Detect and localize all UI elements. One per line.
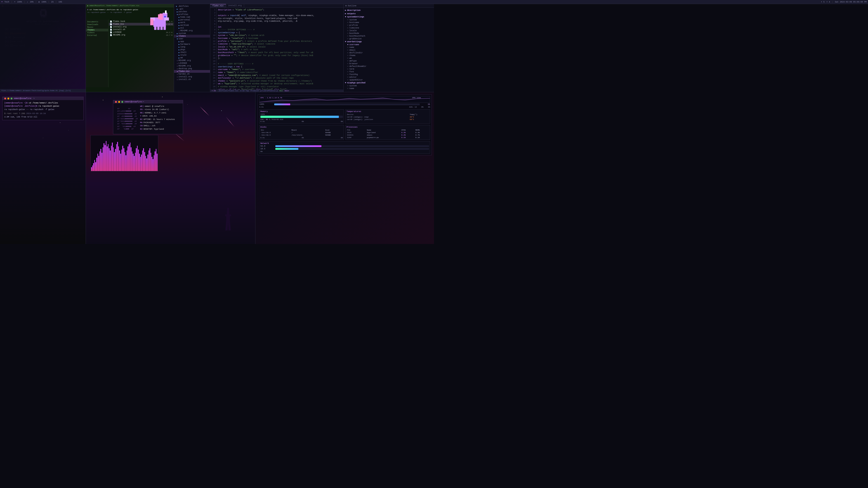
fm-nav-external[interactable]: External bbox=[86, 34, 108, 37]
outline-bootmode[interactable]: ○bootMode bbox=[344, 32, 434, 35]
editor-status-bar: 7.5k .dotfiles/flake.nix 3:10 Top Produc… bbox=[210, 90, 343, 92]
tree-readme3[interactable]: ○ README.org bbox=[174, 65, 210, 67]
tree-app[interactable]: ▶ app bbox=[174, 40, 210, 43]
tree-install-sh[interactable]: ○ install.sh bbox=[174, 78, 210, 81]
viz-bar bbox=[110, 151, 111, 171]
fm-nav-downloads[interactable]: Downloads bbox=[86, 23, 108, 26]
outline-theme[interactable]: ○theme bbox=[344, 54, 434, 57]
viz-bar bbox=[94, 160, 95, 171]
outline-browser[interactable]: ○browser bbox=[344, 62, 434, 65]
outline-font[interactable]: ○font bbox=[344, 70, 434, 73]
outline-timezone[interactable]: ○timezone bbox=[344, 27, 434, 29]
tree-readme2[interactable]: ○ README.org bbox=[174, 59, 210, 62]
outline-wmtype[interactable]: ○wmType bbox=[344, 60, 434, 62]
tree-hardware[interactable]: ▶ hardware bbox=[174, 43, 210, 46]
mem-footer: 0.6s 0% 8% bbox=[260, 121, 343, 123]
neofetch-body: // // //::////##### // ///////####### //… bbox=[113, 103, 183, 134]
tree-item-label: shell bbox=[180, 51, 186, 54]
terminal-title: emmet@snowfire: ~ bbox=[14, 97, 35, 100]
outline-npp-src[interactable]: ○src bbox=[344, 90, 434, 91]
outline-system[interactable]: ○system bbox=[344, 19, 434, 21]
qb-statusbar: file:///home/emmet/.browser/Tech/config/… bbox=[0, 89, 86, 92]
outline-grubdevice[interactable]: ○grubDevice bbox=[344, 37, 434, 40]
tree-work[interactable]: ▶ work bbox=[174, 21, 210, 24]
viz-bar bbox=[121, 150, 122, 171]
nf-uptime: BI UPTIME: 21 hours 7 minutes bbox=[140, 118, 181, 121]
tree-license[interactable]: ○ LICENSE bbox=[174, 62, 210, 65]
viz-bar bbox=[125, 152, 125, 171]
fm-nav-themes[interactable]: Themes bbox=[86, 29, 108, 31]
fm-nav-documents[interactable]: Documents bbox=[86, 21, 108, 23]
outline-email[interactable]: ○email bbox=[344, 49, 434, 52]
outline-locale[interactable]: ○locale bbox=[344, 29, 434, 32]
tree-personal[interactable]: ▶ personal bbox=[174, 19, 210, 21]
fm-file-readme[interactable]: 📄 README.org 13.7 K bbox=[109, 34, 174, 36]
window-max-dot bbox=[11, 98, 12, 99]
tree-system[interactable]: ▶ system bbox=[174, 32, 210, 35]
outline-nixpkgs-patched[interactable]: ▼ nixpkgs-patched bbox=[344, 81, 434, 85]
tree-flake-nix[interactable]: ● flake.nix bbox=[174, 70, 210, 73]
outline-usersettings[interactable]: ▼ userSettings bbox=[344, 40, 434, 43]
tree-install-org[interactable]: ○ install.org bbox=[174, 75, 210, 78]
folder-icon: ▶ bbox=[179, 43, 180, 45]
outline-defaultroamdir[interactable]: ○defaultRoamDir bbox=[344, 65, 434, 68]
outline-term[interactable]: ○term bbox=[344, 68, 434, 70]
outline-npp-system[interactable]: ○system bbox=[344, 85, 434, 87]
outline-description[interactable]: ▶ description bbox=[344, 8, 434, 12]
tree-item-label: install.sh bbox=[179, 78, 191, 80]
fm-path: emmetMousefire /home/emmet/.dotfiles/fla… bbox=[89, 4, 139, 7]
mem-stats: EAK: 95 5.7618/02.018 bbox=[260, 119, 343, 121]
proc-name: pipewire-pu bbox=[366, 136, 401, 139]
tree-desktop[interactable]: ○ desktop.png bbox=[174, 67, 210, 70]
tree-pkgs[interactable]: ▶ pkgs bbox=[174, 48, 210, 51]
proc-pid: 550631 bbox=[346, 134, 366, 136]
close-dot bbox=[115, 101, 117, 103]
svg-rect-14 bbox=[150, 19, 153, 25]
outline-name[interactable]: ○name bbox=[344, 46, 434, 49]
tree-git[interactable]: ▶ .git bbox=[174, 8, 210, 10]
tree-homelab[interactable]: ▶ home.lab bbox=[174, 16, 210, 19]
outline-wm[interactable]: ○wm bbox=[344, 57, 434, 60]
tree-item-label: worklab bbox=[180, 24, 189, 26]
tree-lang[interactable]: ▶ lang bbox=[174, 46, 210, 48]
outline-dotfilesdir[interactable]: ○dotfilesDir bbox=[344, 52, 434, 54]
tree-worklab[interactable]: ▶ worklab bbox=[174, 24, 210, 27]
tree-profiles[interactable]: ▼ profiles bbox=[174, 13, 210, 16]
outline-bootmountpath[interactable]: ○bootMountPath bbox=[344, 35, 434, 37]
tab-install-org[interactable]: install.org bbox=[226, 4, 244, 7]
tree-patches[interactable]: ▶ patches bbox=[174, 10, 210, 13]
fm-nav-music[interactable]: Music bbox=[86, 26, 108, 29]
proc-head-pid: PID bbox=[346, 129, 366, 131]
code-content-area[interactable]: 12345 678910 1112131415 1617181920 21222… bbox=[210, 8, 343, 90]
outline-profile[interactable]: ○profile bbox=[344, 24, 434, 27]
outline-username[interactable]: ●username bbox=[344, 43, 434, 46]
tree-wsl[interactable]: ▶ wsl bbox=[174, 27, 210, 29]
outline-npp-name[interactable]: ○name bbox=[344, 87, 434, 90]
tree-style[interactable]: ▶ style bbox=[174, 54, 210, 57]
disk-row-2: /dev/dm-0 /nix/store 503GB bbox=[260, 134, 343, 136]
outline-fontpkg[interactable]: ○fontPkg bbox=[344, 73, 434, 76]
item-label: term bbox=[349, 68, 354, 70]
terminal-body[interactable]: [emmet@snowfire ~]$ cd /home/emmet/.dotf… bbox=[2, 100, 84, 120]
viz-bar bbox=[97, 154, 98, 171]
proc-mem: 0.1% bbox=[415, 136, 429, 139]
tree-root[interactable]: ▼ .dotfiles bbox=[174, 5, 210, 8]
outline-outputs[interactable]: ▶ outputs bbox=[344, 12, 434, 15]
outline-systemsettings[interactable]: ▼ systemSettings bbox=[344, 15, 434, 19]
nf-shell: CN SHELL: zsh bbox=[140, 124, 181, 127]
tab-flake-nix[interactable]: flake.nix bbox=[210, 4, 226, 7]
tree-themes[interactable]: ▶ themes bbox=[174, 35, 210, 37]
code-text[interactable]: description = "Flake of LibrePhoenix"; o… bbox=[217, 8, 343, 90]
tree-shell[interactable]: ▶ shell bbox=[174, 51, 210, 54]
tree-harden[interactable]: ○ harden.sh bbox=[174, 73, 210, 75]
outline-editor[interactable]: ○editor bbox=[344, 76, 434, 78]
item-icon: ○ bbox=[347, 27, 348, 29]
tree-readme-profiles[interactable]: ○ README.org bbox=[174, 29, 210, 32]
viz-bar bbox=[151, 157, 152, 171]
tree-user[interactable]: ▼ user bbox=[174, 37, 210, 40]
fm-nav-videos[interactable]: Videos bbox=[86, 31, 108, 34]
tb-battery: 100% bbox=[41, 1, 46, 3]
tree-wm[interactable]: ▶ wm bbox=[174, 57, 210, 59]
outline-spawneditor[interactable]: ○spawnEditor bbox=[344, 78, 434, 81]
outline-hostname[interactable]: ○hostname bbox=[344, 21, 434, 24]
